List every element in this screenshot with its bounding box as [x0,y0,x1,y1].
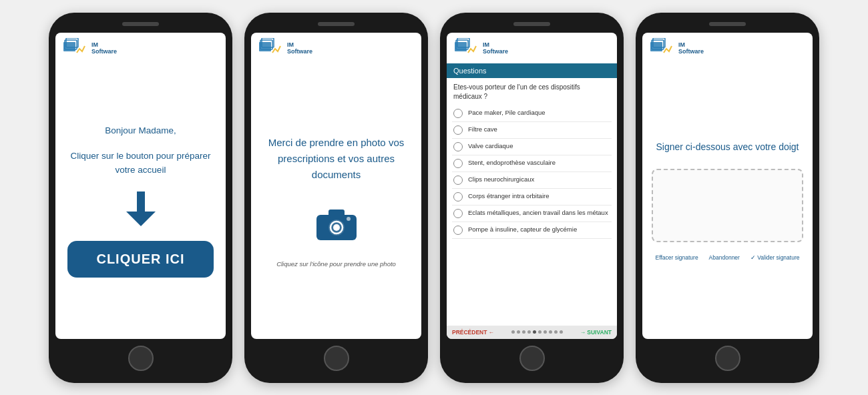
phone-questionnaire: IM Software Questions Etes-vous porteur … [440,13,624,383]
phone-speaker-3 [513,22,550,26]
phone-speaker-4 [709,22,746,26]
svg-marker-4 [126,212,156,226]
logo-icon-2 [258,38,283,59]
camera-icon[interactable] [314,204,359,251]
radio-label: Valve cardiaque [468,142,513,150]
questionnaire-nav: PRÉCÉDENT ← → SUIVANT [447,326,617,339]
phone-speaker-2 [318,22,355,26]
nav-dot [544,330,547,334]
phone-speaker [122,22,159,26]
signature-canvas[interactable] [652,169,803,242]
logo-svg-2 [258,38,283,59]
radio-item[interactable]: Eclats métalliques, ancien travail dans … [452,206,612,222]
radio-circle[interactable] [453,159,463,168]
nav-dot [527,330,531,334]
prev-arrow-icon: ← [488,329,494,336]
instruction-text: Cliquer sur le bouton pour préparer votr… [67,149,214,177]
phone-welcome: IM Software Bonjour Madame, Cliquer sur … [49,13,232,383]
radio-label: Pompe à insuline, capteur de glycémie [468,226,577,234]
prev-label: PRÉCÉDENT [452,329,487,336]
camera-svg [314,204,359,243]
phone-screen-1: IM Software Bonjour Madame, Cliquer sur … [55,33,226,339]
next-button[interactable]: → SUIVANT [580,329,612,336]
abandon-button[interactable]: Abandonner [706,253,742,262]
logo-area-1: IM Software [55,33,226,63]
logo-area-3: IM Software [447,33,617,63]
greeting-text: Bonjour Madame, [105,124,176,137]
nav-dot [560,330,563,334]
radio-circle[interactable] [453,109,463,118]
signature-actions: Effacer signature Abandonner Valider sig… [653,253,803,262]
phone-photo: IM Software Merci de prendre en photo vo… [244,13,428,383]
radio-label: Stent, endoprothèse vasculaire [468,159,556,167]
nav-dots [511,330,563,334]
home-button-3[interactable] [519,346,545,371]
logo-text-1: IM Software [91,42,117,55]
radio-options-list: Pace maker, Pile cardiaque Filtre cave V… [447,104,617,326]
radio-item[interactable]: Clips neurochirurgicaux [452,172,612,189]
radio-circle[interactable] [453,175,463,185]
svg-rect-3 [137,191,145,212]
phones-container: IM Software Bonjour Madame, Cliquer sur … [42,6,826,390]
svg-point-13 [347,217,351,221]
prev-button[interactable]: PRÉCÉDENT ← [452,329,494,336]
radio-item[interactable]: Filtre cave [452,122,612,139]
radio-circle[interactable] [453,142,463,151]
nav-dot [522,330,525,334]
radio-circle[interactable] [453,125,463,135]
radio-circle[interactable] [453,226,463,235]
nav-dot [538,330,541,334]
signature-title: Signer ci-dessous avec votre doigt [656,140,799,154]
logo-text-4: IM Software [678,42,704,55]
arrow-down-icon [126,191,156,226]
phone-screen-2: IM Software Merci de prendre en photo vo… [251,33,421,339]
photo-instruction-text: Merci de prendre en photo vos prescripti… [263,135,409,183]
logo-svg-4 [649,38,674,59]
questions-header: Questions [447,63,617,78]
next-label: SUIVANT [587,329,612,336]
validate-signature-button[interactable]: Valider signature [748,253,803,262]
screen2-content: Merci de prendre en photo vos prescripti… [251,63,421,339]
nav-dot [549,330,552,334]
radio-item[interactable]: Valve cardiaque [452,139,612,155]
phone-screen-3: IM Software Questions Etes-vous porteur … [447,33,617,339]
home-button-2[interactable] [324,346,349,371]
svg-point-12 [333,224,340,231]
radio-circle[interactable] [453,192,463,202]
next-arrow-icon: → [580,329,586,336]
logo-icon-4 [649,38,674,59]
nav-dot [517,330,520,334]
radio-label: Filtre cave [468,125,497,133]
logo-area-4: IM Software [642,33,813,63]
phone-signature: IM Software Signer ci-dessous avec votre… [636,13,819,383]
radio-circle[interactable] [453,209,463,218]
nav-dot [511,330,515,334]
cliquer-ici-button[interactable]: CLIQUER ICI [67,241,214,278]
radio-label: Clips neurochirurgicaux [468,175,534,183]
radio-label: Eclats métalliques, ancien travail dans … [468,209,608,217]
arrow-container [126,191,156,229]
logo-area-2: IM Software [251,33,421,63]
radio-item[interactable]: Stent, endoprothèse vasculaire [452,155,612,172]
logo-icon-1 [62,38,87,59]
logo-text-2: IM Software [287,42,312,55]
svg-rect-9 [329,210,345,218]
question-text: Etes-vous porteur de l'un de ces disposi… [447,78,617,104]
home-button-4[interactable] [715,346,740,371]
radio-item[interactable]: Pompe à insuline, capteur de glycémie [452,222,612,239]
nav-dot [554,330,558,334]
radio-label: Pace maker, Pile cardiaque [468,109,546,117]
logo-svg-3 [453,38,479,59]
logo-text-3: IM Software [483,42,508,55]
phone-screen-4: IM Software Signer ci-dessous avec votre… [642,33,813,339]
radio-item[interactable]: Corps étranger intra orbitaire [452,189,612,206]
camera-caption: Cliquez sur l'icône pour prendre une pho… [276,260,396,268]
clear-signature-button[interactable]: Effacer signature [653,253,701,262]
radio-item[interactable]: Pace maker, Pile cardiaque [452,105,612,122]
home-button-1[interactable] [128,346,154,371]
logo-svg-1 [62,38,87,59]
nav-dot [533,330,536,334]
radio-label: Corps étranger intra orbitaire [468,192,549,200]
logo-icon-3 [453,38,479,59]
screen1-content: Bonjour Madame, Cliquer sur le bouton po… [55,63,226,339]
